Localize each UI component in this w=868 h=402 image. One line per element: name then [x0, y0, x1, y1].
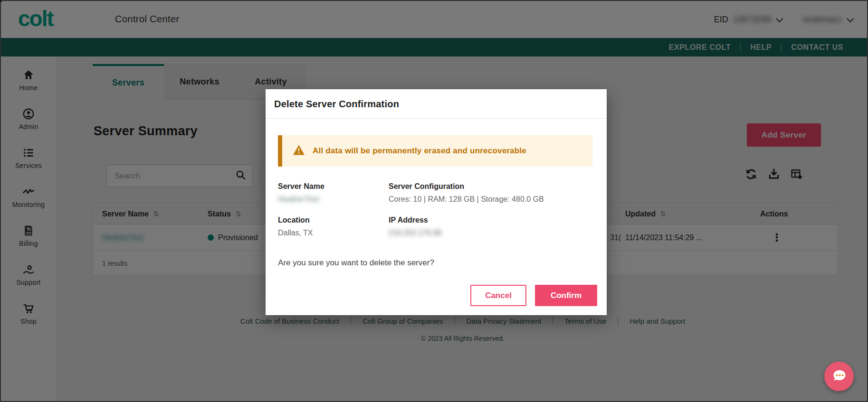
confirmation-question: Are you sure you want to delete the serv… — [278, 258, 434, 268]
cancel-button[interactable]: Cancel — [470, 285, 526, 306]
modal-title: Delete Server Confirmation — [274, 99, 399, 110]
delete-server-modal: Delete Server Confirmation All data will… — [266, 89, 607, 315]
chat-bubble-icon — [830, 367, 848, 386]
warning-icon — [293, 144, 305, 158]
modal-divider — [266, 118, 607, 119]
screen: colt Control Center EID 13572099 testbma… — [0, 0, 868, 402]
field-location: Location Dallas, TX — [278, 216, 313, 237]
field-server-name: Server Name HeatherTest — [278, 182, 324, 204]
warning-banner: All data will be permanently erased and … — [278, 135, 592, 167]
warning-text: All data will be permanently erased and … — [313, 146, 526, 156]
field-ip-address: IP Address 216.202.176.68 — [389, 216, 441, 237]
chat-widget-button[interactable] — [824, 362, 854, 391]
confirm-button[interactable]: Confirm — [535, 285, 597, 306]
field-server-configuration: Server Configuration Cores: 10 | RAM: 12… — [389, 182, 544, 204]
